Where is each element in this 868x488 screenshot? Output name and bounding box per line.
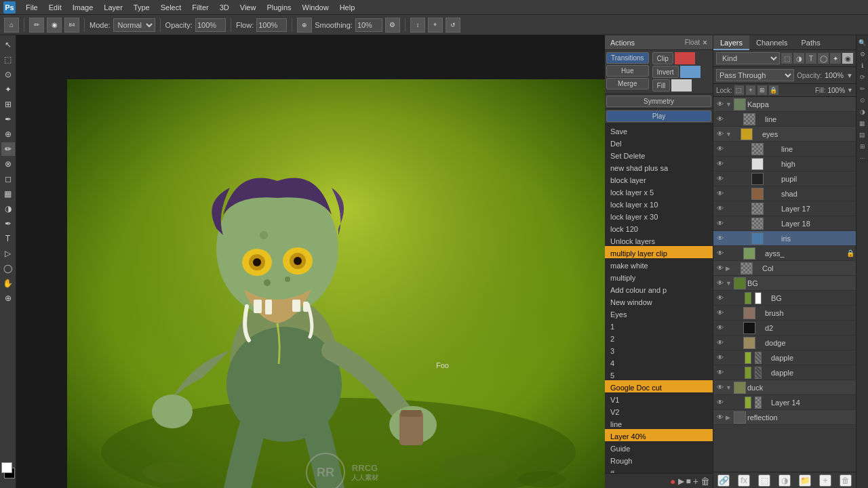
layer-row[interactable]: 👁 ▼ BG [713, 276, 856, 291]
history-icon[interactable]: ⟳ [858, 73, 867, 82]
action-item[interactable]: lock layer x 10 [605, 197, 713, 209]
visibility-toggle[interactable]: 👁 [715, 323, 726, 333]
smoothing-settings-button[interactable]: ⚙ [385, 18, 400, 33]
expand-arrow[interactable]: ▼ [726, 101, 732, 108]
chevron-down-icon[interactable]: ▼ [846, 72, 853, 79]
crop-tool[interactable]: ⊞ [1, 98, 15, 111]
wand-tool[interactable]: ✦ [1, 83, 15, 96]
brush-settings-icon[interactable]: ✏ [858, 84, 867, 94]
visibility-toggle[interactable]: 👁 [715, 382, 726, 393]
pressure-size-button[interactable]: ↕ [410, 18, 425, 33]
visibility-toggle[interactable]: 👁 [715, 203, 726, 214]
layer-row[interactable]: 👁 d2 [713, 321, 856, 336]
layer-row[interactable]: 👁 ▼ duck [713, 380, 856, 395]
dodge-tool[interactable]: ◑ [1, 202, 15, 216]
zoom-tool[interactable]: ⊕ [1, 291, 15, 305]
lock-all-button[interactable]: 🔒 [769, 85, 778, 95]
visibility-toggle[interactable]: 👁 [715, 174, 726, 184]
layer-row[interactable]: 👁 iris [713, 231, 856, 246]
layer-row[interactable]: 👁 line [713, 142, 856, 157]
layer-row[interactable]: 👁 Layer 14 [713, 395, 856, 410]
group-button[interactable]: 📁 [799, 474, 811, 487]
brush-size-button[interactable]: 84 [64, 18, 79, 33]
action-item[interactable]: lock layer x 30 [605, 209, 713, 222]
action-item[interactable]: make white [605, 258, 713, 270]
text-tool[interactable]: T [1, 232, 15, 245]
clip-button[interactable]: Clip [652, 52, 673, 64]
visibility-toggle[interactable]: 👁 [715, 397, 726, 408]
symmetry-button[interactable]: ⌖ [428, 18, 443, 33]
flow-input[interactable] [256, 18, 287, 32]
menu-select[interactable]: Select [155, 0, 187, 15]
layer-row[interactable]: 👁 ▼ Kappa [713, 97, 856, 112]
eyedropper-tool[interactable]: ✒ [1, 113, 15, 126]
brush-tool[interactable]: ✏ [1, 142, 15, 156]
gradient-icon[interactable]: ▤ [858, 130, 867, 140]
pixel-filter-button[interactable]: ⬚ [781, 53, 792, 64]
shape-filter-button[interactable]: ◯ [818, 53, 829, 64]
visibility-toggle[interactable]: 👁 [715, 248, 726, 259]
adjustment-filter-button[interactable]: ◑ [793, 53, 804, 64]
visibility-toggle[interactable]: 👁 [715, 218, 726, 229]
pen-tool[interactable]: ✒ [1, 217, 15, 230]
merge-button[interactable]: Merge [606, 78, 649, 89]
action-item[interactable]: 2 [605, 331, 713, 344]
layer-row[interactable]: 👁 pupil [713, 171, 856, 186]
kind-filter-select[interactable]: Kind [716, 52, 780, 64]
hue-button[interactable]: Hue [606, 65, 649, 77]
action-item[interactable]: lock layer x 5 [605, 185, 713, 197]
menu-filter[interactable]: Filter [186, 0, 214, 15]
menu-plugins[interactable]: Plugins [261, 0, 296, 15]
action-item[interactable]: V2 [605, 405, 713, 417]
play-icon[interactable]: ▶ [678, 476, 684, 486]
brush-preset-button[interactable]: ◉ [47, 18, 62, 33]
lock-pixels-button[interactable]: ⬚ [734, 85, 744, 95]
menu-view[interactable]: View [235, 0, 262, 15]
symmetry-button[interactable]: Symmetry [606, 96, 711, 107]
swatches-icon[interactable]: ▦ [858, 119, 867, 128]
search-icon[interactable]: 🔍 [858, 38, 867, 47]
action-item[interactable]: Save [605, 124, 713, 136]
action-item[interactable]: line [605, 417, 713, 429]
layer-style-button[interactable]: fx [738, 474, 750, 487]
visibility-toggle[interactable]: 👁 [715, 412, 726, 423]
stop-icon[interactable]: ■ [686, 476, 691, 486]
tab-layers[interactable]: Layers [713, 35, 749, 50]
menu-window[interactable]: Window [297, 0, 334, 15]
artwork-canvas[interactable]: RR RRCG 人人素材 [67, 79, 605, 488]
hand-tool[interactable]: ✋ [1, 277, 15, 290]
color-icon[interactable]: ◑ [858, 107, 867, 117]
smoothing-input[interactable] [355, 18, 382, 32]
action-item[interactable]: multiply layer clip [605, 246, 713, 258]
expand-arrow[interactable]: ▼ [726, 384, 732, 391]
path-tool[interactable]: ▷ [1, 247, 15, 260]
patterns-icon[interactable]: ⊞ [858, 142, 867, 151]
action-item[interactable]: 4 [605, 356, 713, 368]
mask-button[interactable]: ⬚ [758, 474, 770, 487]
airbrush-button[interactable]: ⊕ [297, 18, 312, 33]
action-item[interactable]: block layer [605, 173, 713, 185]
visibility-toggle[interactable]: 👁 [715, 114, 726, 125]
foreground-color-swatch[interactable] [1, 462, 12, 473]
layer-row[interactable]: 👁 high [713, 157, 856, 171]
menu-image[interactable]: Image [67, 0, 99, 15]
more-icon[interactable]: ··· [858, 153, 867, 163]
healing-tool[interactable]: ⊕ [1, 127, 15, 141]
expand-arrow[interactable]: ▼ [726, 280, 732, 287]
action-item[interactable]: new shad plus sa [605, 161, 713, 173]
layer-row[interactable]: 👁 Layer 18 [713, 216, 856, 231]
fill-button[interactable]: Fill [652, 79, 671, 92]
add-action-icon[interactable]: + [693, 476, 698, 487]
layer-row[interactable]: 👁 dapple [713, 350, 856, 365]
expand-arrow[interactable]: ▶ [726, 414, 732, 421]
record-icon[interactable]: ● [670, 476, 675, 487]
action-item[interactable]: lock 120 [605, 222, 713, 234]
layer-row[interactable]: 👁 shad [713, 186, 856, 201]
layer-row[interactable]: 👁 ▼ eyes [713, 127, 856, 142]
lock-artboard-button[interactable]: ⊞ [757, 85, 767, 95]
menu-layer[interactable]: Layer [98, 0, 128, 15]
mode-select[interactable]: Normal [113, 18, 155, 32]
layer-row[interactable]: 👁 Layer 17 [713, 201, 856, 216]
action-item[interactable]: V1 [605, 392, 713, 405]
action-item[interactable]: Guide [605, 441, 713, 453]
